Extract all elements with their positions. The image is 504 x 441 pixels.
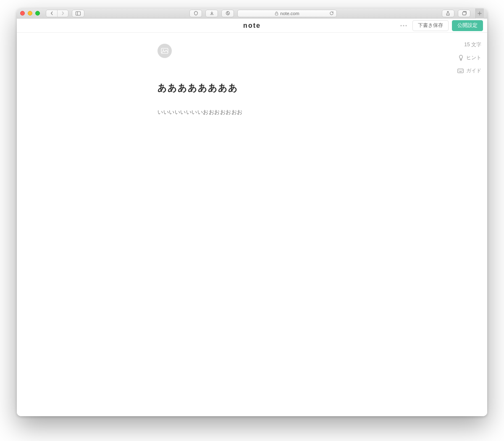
reload-button[interactable] <box>329 11 334 16</box>
address-bar-host: note.com <box>280 11 299 16</box>
address-bar[interactable]: note.com <box>237 10 336 17</box>
sidebar-toggle[interactable] <box>72 10 84 17</box>
lightbulb-icon <box>458 55 464 61</box>
svg-point-5 <box>400 25 402 26</box>
add-cover-image-button[interactable] <box>158 44 172 58</box>
more-menu-button[interactable] <box>398 20 409 31</box>
svg-rect-3 <box>276 13 278 15</box>
svg-point-9 <box>163 49 164 50</box>
window-zoom-button[interactable] <box>35 11 40 16</box>
editor-column: ああああああああ いいいいいいいいおおおおおおお <box>158 44 342 116</box>
new-tab-button[interactable] <box>475 8 484 18</box>
image-icon <box>161 48 168 54</box>
save-draft-button[interactable]: 下書き保存 <box>412 20 449 31</box>
svg-point-7 <box>405 25 407 26</box>
nav-forward-button[interactable] <box>57 10 68 17</box>
svg-rect-4 <box>462 12 466 15</box>
editor-area: ああああああああ いいいいいいいいおおおおおおお 15 文字 ヒント ガイド <box>17 33 487 416</box>
svg-rect-17 <box>459 71 462 72</box>
extensions-button[interactable] <box>221 10 234 17</box>
editor-side-tools: 15 文字 ヒント ガイド <box>457 41 481 74</box>
publish-settings-button[interactable]: 公開設定 <box>452 20 483 31</box>
guide-label: ガイド <box>466 67 481 74</box>
brand-logo[interactable]: note <box>243 22 261 29</box>
downloads-button[interactable] <box>205 10 218 17</box>
tab-overview-button[interactable] <box>458 10 470 17</box>
svg-point-16 <box>462 70 462 70</box>
svg-rect-0 <box>76 11 80 15</box>
privacy-report-button[interactable] <box>189 10 202 17</box>
share-button[interactable] <box>442 10 454 17</box>
browser-toolbar: note.com <box>17 8 487 18</box>
hint-label: ヒント <box>466 54 481 61</box>
app-header: note 下書き保存 公開設定 <box>17 18 487 33</box>
svg-point-13 <box>459 70 459 70</box>
nav-back-button[interactable] <box>46 10 57 17</box>
svg-rect-12 <box>458 69 463 73</box>
window-controls <box>20 11 40 16</box>
hint-button[interactable]: ヒント <box>458 54 481 61</box>
svg-point-14 <box>460 70 460 70</box>
character-count: 15 文字 <box>464 41 481 48</box>
window-minimize-button[interactable] <box>28 11 32 16</box>
svg-point-6 <box>403 25 404 26</box>
nav-back-forward <box>46 10 68 17</box>
svg-point-15 <box>461 70 462 70</box>
window-close-button[interactable] <box>20 11 25 16</box>
guide-button[interactable]: ガイド <box>457 67 481 74</box>
browser-window: note.com note 下書き保存 公開設定 <box>17 8 487 416</box>
note-body-input[interactable]: いいいいいいいいおおおおおおお <box>158 108 342 116</box>
lock-icon <box>275 11 278 16</box>
keyboard-icon <box>457 69 464 73</box>
header-actions: 下書き保存 公開設定 <box>398 20 483 31</box>
note-title-input[interactable]: ああああああああ <box>158 82 342 94</box>
